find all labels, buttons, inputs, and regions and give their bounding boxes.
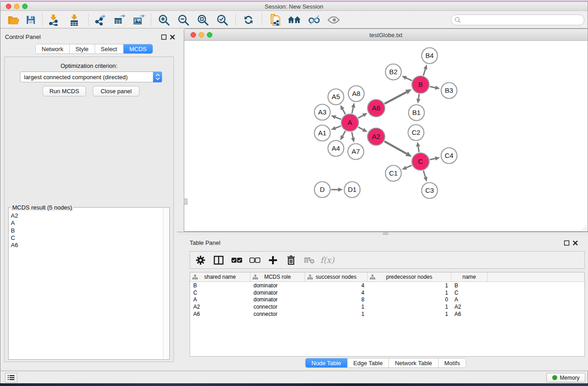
zoom-in-button[interactable] — [156, 12, 172, 28]
float-table-panel-icon[interactable] — [564, 239, 570, 246]
deselect-all-rows-button[interactable] — [249, 254, 261, 266]
hide-details-button[interactable] — [306, 12, 322, 28]
table-row[interactable]: A2connector11A2 — [190, 303, 584, 310]
table-row[interactable]: A6connector11A6 — [190, 310, 584, 318]
toggle-column-panel-button[interactable] — [213, 254, 225, 266]
show-details-button[interactable] — [326, 12, 341, 28]
column-header-predecessor-nodes[interactable]: predecessor nodes — [368, 272, 451, 281]
result-item[interactable]: C — [11, 234, 18, 242]
optimization-criterion-dropdown[interactable]: largest connected component (directed) — [20, 71, 162, 82]
select-all-rows-button[interactable] — [231, 254, 243, 266]
graph-node-D1[interactable]: D1 — [344, 182, 360, 198]
network-from-file-button[interactable] — [268, 12, 283, 28]
import-network-button[interactable] — [46, 12, 61, 28]
graph-node-A1[interactable]: A1 — [315, 125, 330, 141]
memory-button[interactable]: Memory — [546, 373, 585, 382]
table-row[interactable]: Adominator80A — [190, 296, 584, 303]
graph-edge-B-B1[interactable] — [416, 94, 421, 104]
tab-node-table[interactable]: Node Table — [306, 358, 348, 367]
tab-motifs[interactable]: Motifs — [439, 358, 466, 367]
graph-edge-D-D1[interactable] — [331, 188, 343, 192]
result-item[interactable]: A2 — [11, 212, 18, 219]
tab-network-table[interactable]: Network Table — [389, 358, 438, 367]
zoom-selected-button[interactable] — [215, 12, 230, 28]
graph-edge-A6-B[interactable] — [385, 89, 412, 104]
graph-node-A5[interactable]: A5 — [328, 89, 344, 105]
export-network-button[interactable] — [92, 12, 108, 28]
window-resize-grip[interactable] — [581, 224, 587, 231]
column-header-successor-nodes[interactable]: successor nodes — [305, 272, 368, 281]
float-panel-icon[interactable] — [161, 33, 167, 40]
graph-node-B2[interactable]: B2 — [386, 64, 402, 80]
open-session-button[interactable] — [6, 12, 21, 28]
graph-edge-A-A8[interactable] — [351, 103, 355, 113]
graph-node-C2[interactable]: C2 — [408, 125, 424, 141]
network-canvas[interactable]: B4B2BB3A8A5A6A3B1AA1C2A2A4A7C4CC1C3DD1 — [184, 41, 588, 231]
result-item[interactable]: A — [11, 219, 18, 227]
result-item[interactable]: A6 — [11, 242, 18, 249]
graph-edge-A-A4[interactable] — [340, 131, 345, 140]
tab-mcds[interactable]: MCDS — [124, 44, 153, 53]
export-image-button[interactable] — [131, 12, 147, 28]
graph-node-B[interactable]: B — [412, 76, 429, 93]
table-settings-button[interactable] — [195, 254, 206, 266]
graph-node-B1[interactable]: B1 — [409, 105, 425, 121]
graph-edge-A-A6[interactable] — [358, 113, 367, 118]
zoom-out-button[interactable] — [176, 12, 191, 28]
result-scrollbar[interactable] — [163, 208, 169, 359]
graph-edge-C-C1[interactable] — [402, 165, 412, 169]
graph-node-D[interactable]: D — [315, 182, 330, 198]
graph-edge-C-C2[interactable] — [416, 142, 420, 152]
graph-node-A6[interactable]: A6 — [368, 100, 385, 117]
horizontal-splitter[interactable] — [177, 232, 588, 235]
column-header-name[interactable]: name — [451, 272, 488, 281]
graph-node-C1[interactable]: C1 — [386, 166, 402, 181]
graph-node-A[interactable]: A — [341, 114, 359, 131]
graph-edge-A-A2[interactable] — [359, 127, 368, 132]
graph-edge-C-C4[interactable] — [430, 157, 440, 161]
tab-edge-table[interactable]: Edge Table — [348, 358, 389, 367]
graph-edge-B-B2[interactable] — [402, 76, 412, 81]
graph-node-A2[interactable]: A2 — [368, 128, 385, 145]
table-row[interactable]: Cdominator41C — [190, 289, 584, 296]
close-panel-button[interactable]: Close panel — [93, 86, 139, 96]
home-layout-button[interactable] — [287, 12, 302, 28]
graph-edge-A-A3[interactable] — [331, 115, 341, 119]
export-table-button[interactable] — [112, 12, 127, 28]
refresh-layout-button[interactable] — [241, 12, 256, 28]
import-table-button[interactable] — [67, 12, 82, 28]
graph-edge-A2-C[interactable] — [384, 141, 412, 157]
graph-node-B3[interactable]: B3 — [441, 83, 457, 99]
network-window-titlebar[interactable]: testGlobe.txt — [184, 29, 588, 41]
search-input[interactable] — [461, 16, 584, 24]
graph-edge-B-B4[interactable] — [423, 65, 427, 76]
tab-style[interactable]: Style — [70, 44, 95, 53]
zoom-fit-button[interactable] — [195, 12, 210, 28]
graph-node-A3[interactable]: A3 — [315, 105, 330, 120]
result-item[interactable]: B — [11, 227, 18, 234]
close-panel-icon[interactable] — [170, 33, 176, 40]
tab-network[interactable]: Network — [36, 44, 70, 53]
graph-node-B4[interactable]: B4 — [422, 48, 438, 64]
graph-edge-C-C3[interactable] — [423, 171, 427, 181]
graph-node-A8[interactable]: A8 — [349, 86, 364, 102]
graph-node-A4[interactable]: A4 — [328, 141, 344, 157]
column-header-MCDS-role[interactable]: MCDS role — [250, 272, 305, 281]
graph-edge-A-A7[interactable] — [351, 132, 355, 143]
task-history-button[interactable] — [5, 373, 17, 382]
close-table-panel-icon[interactable] — [573, 239, 579, 246]
graph-node-A7[interactable]: A7 — [348, 144, 364, 160]
table-row[interactable]: Bdominator41B — [190, 282, 584, 289]
create-column-button[interactable] — [267, 254, 279, 266]
graph-node-C3[interactable]: C3 — [422, 183, 438, 199]
canvas-splitter-handle[interactable] — [184, 199, 187, 205]
graph-node-C4[interactable]: C4 — [441, 148, 457, 164]
graph-node-C[interactable]: C — [412, 153, 429, 170]
graph-edge-A-A5[interactable] — [340, 105, 345, 114]
delete-column-button[interactable] — [285, 254, 297, 266]
tab-select[interactable]: Select — [95, 44, 124, 53]
graph-edge-A-A1[interactable] — [331, 126, 341, 130]
run-mcds-button[interactable]: Run MCDS — [43, 86, 86, 96]
column-header-shared-name[interactable]: shared name — [190, 272, 250, 281]
graph-edge-B-B3[interactable] — [430, 86, 440, 90]
